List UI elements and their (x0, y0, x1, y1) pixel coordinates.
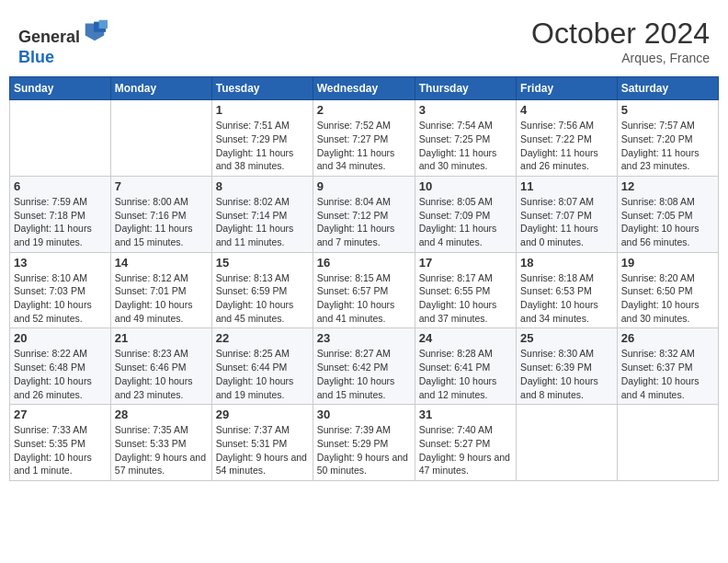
day-info: Sunrise: 8:07 AMSunset: 7:07 PMDaylight:… (520, 195, 613, 249)
day-number: 21 (115, 331, 208, 345)
calendar-cell: 23Sunrise: 8:27 AMSunset: 6:42 PMDayligh… (313, 328, 415, 405)
day-info: Sunrise: 7:39 AMSunset: 5:29 PMDaylight:… (317, 423, 411, 477)
day-number: 26 (621, 331, 714, 345)
day-number: 9 (317, 179, 411, 193)
day-number: 24 (419, 331, 512, 345)
logo-general: General (18, 28, 80, 46)
weekday-header: Friday (517, 77, 618, 100)
page-header: General Blue October 2024 Arques, France (9, 9, 719, 71)
day-number: 2 (317, 103, 411, 117)
logo-blue: Blue (18, 48, 54, 66)
day-number: 14 (115, 256, 208, 270)
day-info: Sunrise: 7:52 AMSunset: 7:27 PMDaylight:… (317, 119, 411, 173)
calendar-cell: 1Sunrise: 7:51 AMSunset: 7:29 PMDaylight… (211, 100, 313, 177)
day-info: Sunrise: 8:02 AMSunset: 7:14 PMDaylight:… (216, 195, 309, 249)
day-info: Sunrise: 8:20 AMSunset: 6:50 PMDaylight:… (621, 271, 714, 326)
weekday-header: Sunday (10, 77, 111, 100)
day-number: 22 (216, 331, 309, 345)
day-number: 1 (216, 103, 309, 117)
day-info: Sunrise: 8:15 AMSunset: 6:57 PMDaylight:… (317, 271, 411, 326)
day-number: 25 (520, 331, 613, 345)
calendar-week-row: 20Sunrise: 8:22 AMSunset: 6:48 PMDayligh… (10, 328, 719, 405)
logo-icon (82, 17, 108, 42)
day-number: 16 (317, 256, 411, 270)
weekday-header: Wednesday (313, 77, 415, 100)
day-number: 15 (216, 256, 309, 270)
calendar-cell (10, 100, 111, 177)
calendar-cell: 24Sunrise: 8:28 AMSunset: 6:41 PMDayligh… (415, 328, 516, 405)
location: Arques, France (531, 51, 710, 65)
calendar-cell: 21Sunrise: 8:23 AMSunset: 6:46 PMDayligh… (110, 328, 211, 405)
calendar-cell (110, 100, 211, 177)
calendar-cell: 3Sunrise: 7:54 AMSunset: 7:25 PMDaylight… (415, 100, 516, 177)
calendar-cell: 14Sunrise: 8:12 AMSunset: 7:01 PMDayligh… (110, 252, 211, 328)
calendar-cell: 15Sunrise: 8:13 AMSunset: 6:59 PMDayligh… (211, 252, 313, 328)
day-info: Sunrise: 7:40 AMSunset: 5:27 PMDaylight:… (419, 423, 512, 477)
day-number: 17 (419, 256, 512, 270)
day-info: Sunrise: 7:37 AMSunset: 5:31 PMDaylight:… (216, 423, 309, 477)
day-number: 19 (621, 256, 714, 270)
calendar-cell: 27Sunrise: 7:33 AMSunset: 5:35 PMDayligh… (10, 405, 111, 481)
weekday-header: Thursday (415, 77, 516, 100)
weekday-header: Tuesday (211, 77, 313, 100)
day-info: Sunrise: 8:25 AMSunset: 6:44 PMDaylight:… (216, 347, 309, 401)
day-number: 27 (14, 408, 107, 421)
day-number: 6 (14, 179, 107, 193)
calendar-cell: 19Sunrise: 8:20 AMSunset: 6:50 PMDayligh… (617, 252, 718, 328)
calendar-week-row: 13Sunrise: 8:10 AMSunset: 7:03 PMDayligh… (10, 252, 719, 328)
day-info: Sunrise: 7:51 AMSunset: 7:29 PMDaylight:… (216, 119, 309, 173)
month-title: October 2024 (531, 17, 710, 51)
calendar-week-row: 27Sunrise: 7:33 AMSunset: 5:35 PMDayligh… (10, 405, 719, 481)
day-number: 11 (520, 179, 613, 193)
day-number: 8 (216, 179, 309, 193)
day-number: 3 (419, 103, 512, 117)
calendar-cell: 10Sunrise: 8:05 AMSunset: 7:09 PMDayligh… (415, 176, 516, 252)
day-info: Sunrise: 7:33 AMSunset: 5:35 PMDaylight:… (14, 423, 107, 477)
calendar-table: SundayMondayTuesdayWednesdayThursdayFrid… (9, 76, 719, 481)
calendar-cell: 17Sunrise: 8:17 AMSunset: 6:55 PMDayligh… (415, 252, 516, 328)
day-info: Sunrise: 8:17 AMSunset: 6:55 PMDaylight:… (419, 271, 512, 326)
day-number: 5 (621, 103, 714, 117)
day-number: 7 (115, 179, 208, 193)
calendar-cell: 6Sunrise: 7:59 AMSunset: 7:18 PMDaylight… (10, 176, 111, 252)
day-info: Sunrise: 8:32 AMSunset: 6:37 PMDaylight:… (621, 347, 714, 401)
weekday-header-row: SundayMondayTuesdayWednesdayThursdayFrid… (10, 77, 719, 100)
day-number: 28 (115, 408, 208, 421)
day-info: Sunrise: 8:05 AMSunset: 7:09 PMDaylight:… (419, 195, 512, 249)
calendar-week-row: 1Sunrise: 7:51 AMSunset: 7:29 PMDaylight… (10, 100, 719, 177)
calendar-cell: 28Sunrise: 7:35 AMSunset: 5:33 PMDayligh… (110, 405, 211, 481)
day-info: Sunrise: 7:59 AMSunset: 7:18 PMDaylight:… (14, 195, 107, 249)
calendar-cell (617, 405, 718, 481)
title-block: October 2024 Arques, France (531, 17, 710, 65)
calendar-cell: 2Sunrise: 7:52 AMSunset: 7:27 PMDaylight… (313, 100, 415, 177)
day-info: Sunrise: 8:18 AMSunset: 6:53 PMDaylight:… (520, 271, 613, 326)
calendar-cell: 7Sunrise: 8:00 AMSunset: 7:16 PMDaylight… (110, 176, 211, 252)
day-info: Sunrise: 8:08 AMSunset: 7:05 PMDaylight:… (621, 195, 714, 249)
day-info: Sunrise: 8:13 AMSunset: 6:59 PMDaylight:… (216, 271, 309, 326)
calendar-cell: 22Sunrise: 8:25 AMSunset: 6:44 PMDayligh… (211, 328, 313, 405)
calendar-cell: 18Sunrise: 8:18 AMSunset: 6:53 PMDayligh… (517, 252, 618, 328)
calendar-cell: 8Sunrise: 8:02 AMSunset: 7:14 PMDaylight… (211, 176, 313, 252)
day-info: Sunrise: 8:23 AMSunset: 6:46 PMDaylight:… (115, 347, 208, 401)
day-number: 30 (317, 408, 411, 421)
day-info: Sunrise: 8:12 AMSunset: 7:01 PMDaylight:… (115, 271, 208, 326)
calendar-cell: 30Sunrise: 7:39 AMSunset: 5:29 PMDayligh… (313, 405, 415, 481)
day-number: 13 (14, 256, 107, 270)
calendar-cell: 26Sunrise: 8:32 AMSunset: 6:37 PMDayligh… (617, 328, 718, 405)
day-info: Sunrise: 8:28 AMSunset: 6:41 PMDaylight:… (419, 347, 512, 401)
day-number: 31 (419, 408, 512, 421)
calendar-cell: 16Sunrise: 8:15 AMSunset: 6:57 PMDayligh… (313, 252, 415, 328)
day-info: Sunrise: 8:04 AMSunset: 7:12 PMDaylight:… (317, 195, 411, 249)
weekday-header: Monday (110, 77, 211, 100)
day-info: Sunrise: 8:27 AMSunset: 6:42 PMDaylight:… (317, 347, 411, 401)
day-info: Sunrise: 7:56 AMSunset: 7:22 PMDaylight:… (520, 119, 613, 173)
day-number: 18 (520, 256, 613, 270)
logo: General Blue (18, 17, 108, 67)
day-info: Sunrise: 7:35 AMSunset: 5:33 PMDaylight:… (115, 423, 208, 477)
calendar-cell: 9Sunrise: 8:04 AMSunset: 7:12 PMDaylight… (313, 176, 415, 252)
calendar-cell: 11Sunrise: 8:07 AMSunset: 7:07 PMDayligh… (517, 176, 618, 252)
calendar-cell: 25Sunrise: 8:30 AMSunset: 6:39 PMDayligh… (517, 328, 618, 405)
day-info: Sunrise: 8:10 AMSunset: 7:03 PMDaylight:… (14, 271, 107, 326)
day-number: 20 (14, 331, 107, 345)
calendar-week-row: 6Sunrise: 7:59 AMSunset: 7:18 PMDaylight… (10, 176, 719, 252)
